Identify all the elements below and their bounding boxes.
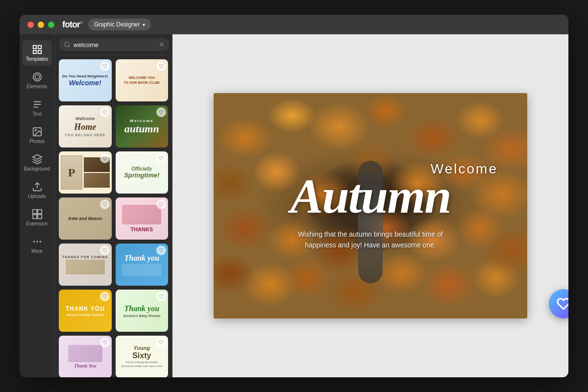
svg-rect-11: [32, 215, 36, 219]
canvas-area: Welcome Autumn Wishing that the autumn b…: [172, 34, 568, 377]
canvas-overlay: Welcome Autumn Wishing that the autumn b…: [214, 93, 527, 318]
search-input[interactable]: [74, 41, 156, 49]
svg-point-4: [35, 74, 39, 79]
svg-point-16: [65, 42, 69, 47]
clear-search-button[interactable]: ✕: [159, 41, 165, 49]
template-card[interactable]: Welcome autumn ♡: [116, 105, 169, 147]
sidebar-item-elements[interactable]: Elements: [23, 68, 52, 93]
sidebar-icon-strip: Templates Elements Text: [20, 34, 55, 377]
template-card[interactable]: THANK YOU Jessica's Baby Shower ♡: [59, 290, 112, 332]
main-area: Templates Elements Text: [20, 34, 568, 377]
sidebar-item-more[interactable]: More: [23, 232, 52, 258]
template-card[interactable]: Do You Need Neighbors! Welcome! ♡: [59, 59, 112, 101]
heart-icon: [557, 297, 568, 311]
favorite-button[interactable]: ♡: [156, 245, 166, 255]
favorite-fab-button[interactable]: [549, 289, 568, 318]
extension-label: Extension: [26, 221, 48, 226]
favorite-button[interactable]: ♡: [100, 245, 110, 255]
template-card[interactable]: Thank you Jessica's Baby Shower ♡: [116, 290, 169, 332]
sidebar-item-photos[interactable]: Photos: [23, 122, 52, 148]
sidebar-item-uploads[interactable]: Uploads: [23, 177, 52, 203]
svg-point-5: [33, 73, 41, 81]
template-card[interactable]: Young Sixty You're caring the better dis…: [116, 336, 169, 377]
template-card[interactable]: P ♡: [59, 151, 112, 194]
templates-label: Templates: [26, 56, 49, 62]
template-card[interactable]: Officially Springtime! ♡: [116, 151, 169, 194]
favorite-button[interactable]: ♡: [100, 338, 110, 347]
favorite-button[interactable]: ♡: [100, 107, 110, 117]
svg-rect-0: [33, 46, 36, 49]
favorite-button[interactable]: ♡: [100, 61, 110, 71]
template-card[interactable]: Thank You ♡: [59, 336, 112, 377]
favorite-button[interactable]: ♡: [156, 61, 166, 71]
favorite-button[interactable]: ♡: [156, 107, 166, 117]
logo: fotor®: [62, 20, 82, 30]
maximize-button[interactable]: [48, 22, 54, 28]
favorite-button[interactable]: ♡: [156, 338, 166, 347]
search-icon: [64, 41, 71, 48]
svg-point-14: [36, 241, 38, 243]
svg-rect-9: [32, 210, 36, 214]
more-label: More: [31, 248, 43, 254]
minimize-button[interactable]: [38, 22, 44, 28]
svg-rect-10: [37, 210, 41, 214]
elements-label: Elements: [27, 84, 48, 89]
sidebar-item-templates[interactable]: Templates: [23, 40, 52, 66]
canvas-content: Welcome Autumn Wishing that the autumn b…: [214, 93, 527, 318]
templates-panel: ✕ Do You Need Neighbors! Welcome! ♡: [55, 34, 172, 377]
search-bar: ✕: [55, 34, 172, 55]
close-button[interactable]: [27, 22, 34, 28]
uploads-label: Uploads: [28, 194, 46, 199]
favorite-button[interactable]: ♡: [156, 292, 166, 301]
app-window: fotor® Graphic Designer ▾ Templates: [20, 15, 568, 377]
templates-grid: Do You Need Neighbors! Welcome! ♡ WELCOM…: [55, 55, 172, 377]
svg-rect-2: [33, 50, 36, 53]
template-card[interactable]: WELCOME YOUTO OUR BOOK CLUB! ♡: [116, 59, 169, 101]
template-card[interactable]: THANKS ♡: [116, 197, 169, 240]
text-label: Text: [32, 111, 41, 117]
favorite-button[interactable]: ♡: [100, 199, 110, 209]
subtitle-text: Wishing that the autumn brings beautiful…: [298, 229, 443, 251]
photos-label: Photos: [29, 139, 45, 144]
favorite-button[interactable]: ♡: [156, 199, 166, 209]
sidebar-item-text[interactable]: Text: [23, 95, 52, 121]
favorite-button[interactable]: ♡: [156, 153, 166, 163]
template-card[interactable]: Thank you ♡: [116, 244, 169, 286]
template-card[interactable]: THANKS FOR COMING ♡: [59, 244, 112, 286]
title-bar: fotor® Graphic Designer ▾: [20, 15, 568, 34]
svg-point-7: [35, 129, 36, 131]
template-card[interactable]: Welcome Home YOU BELONG HERE ♡: [59, 105, 112, 147]
autumn-text: Autumn: [290, 172, 450, 221]
sidebar-item-extension[interactable]: Extension: [23, 205, 52, 230]
svg-rect-3: [38, 50, 41, 53]
template-card[interactable]: Kate and Mason ♡: [59, 197, 112, 240]
sidebar-item-background[interactable]: Background: [23, 150, 52, 175]
favorite-button[interactable]: ♡: [100, 292, 110, 301]
background-label: Background: [24, 166, 50, 172]
svg-rect-12: [37, 215, 41, 219]
mode-selector[interactable]: Graphic Designer ▾: [88, 19, 151, 30]
svg-rect-1: [38, 46, 41, 49]
search-input-wrapper: ✕: [59, 38, 170, 51]
favorite-button[interactable]: ♡: [100, 153, 110, 163]
svg-point-15: [39, 241, 41, 243]
svg-point-13: [33, 241, 35, 243]
